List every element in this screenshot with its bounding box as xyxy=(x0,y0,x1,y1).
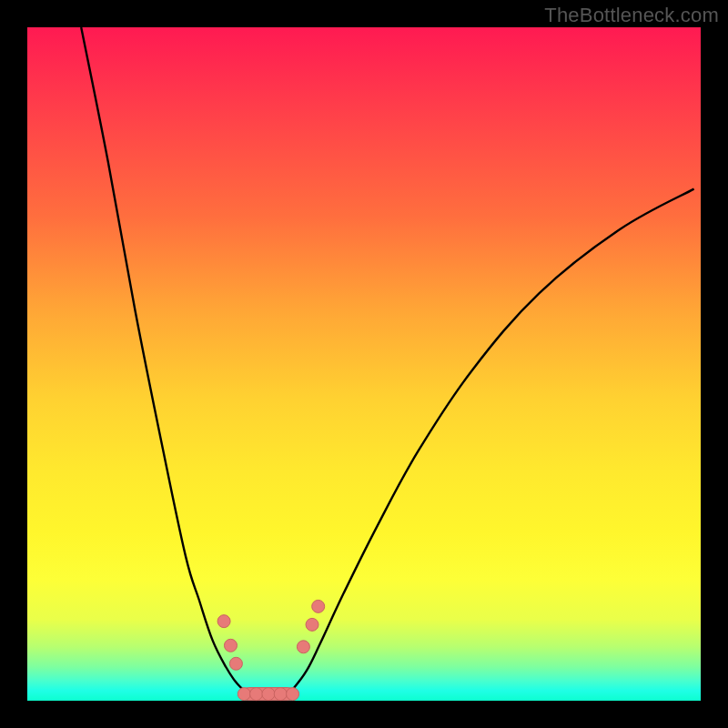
valley-marker-2 xyxy=(250,688,263,701)
marker-layer xyxy=(217,600,325,700)
valley-marker-1 xyxy=(238,688,250,701)
left-marker-2 xyxy=(224,639,237,652)
plot-area xyxy=(27,27,701,701)
chart-svg xyxy=(27,27,701,701)
right-marker-1 xyxy=(297,641,309,653)
watermark-text: TheBottleneck.com xyxy=(544,4,719,27)
bottleneck-curve xyxy=(81,27,693,695)
left-marker-1 xyxy=(217,615,230,628)
curve-layer xyxy=(81,27,693,695)
valley-marker-5 xyxy=(287,688,299,701)
outer-frame: TheBottleneck.com xyxy=(0,0,728,728)
valley-marker-4 xyxy=(274,688,287,701)
right-marker-3 xyxy=(312,600,325,612)
valley-marker-3 xyxy=(262,688,275,701)
right-marker-2 xyxy=(306,618,318,631)
left-marker-3 xyxy=(229,657,242,670)
